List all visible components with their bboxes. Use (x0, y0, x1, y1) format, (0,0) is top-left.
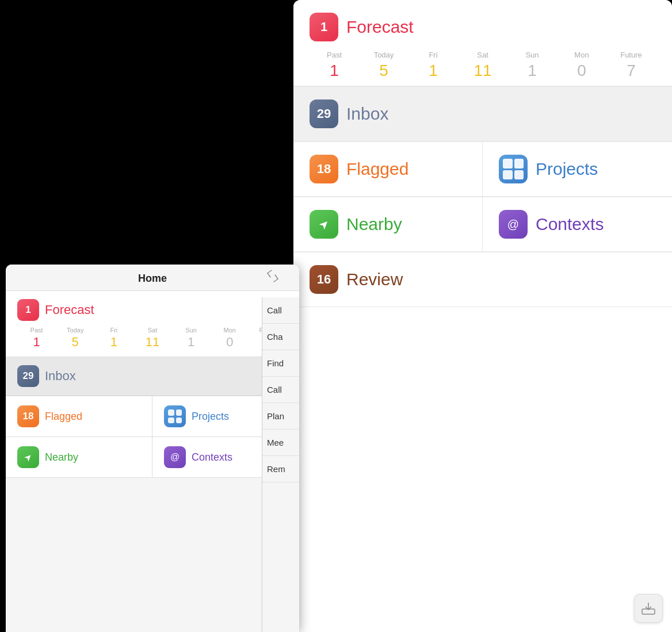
flagged-cell[interactable]: 18 Flagged (293, 142, 483, 197)
front-day-fri[interactable]: Fri 1 (94, 327, 133, 350)
forecast-badge: 1 (310, 13, 338, 41)
nearby-icon-badge: ➤ (310, 210, 338, 239)
front-day-past[interactable]: Past 1 (17, 327, 56, 350)
inbox-row[interactable]: 29 Inbox (293, 86, 672, 141)
inbox-title: Inbox (346, 104, 388, 124)
front-day-sat-label: Sat (148, 327, 158, 334)
projects-icon-badge (499, 155, 528, 183)
home-title: Home (138, 273, 167, 285)
front-nearby-cell[interactable]: ➤ Nearby (6, 437, 152, 478)
front-flagged-badge: 18 (17, 405, 39, 427)
day-sun-label: Sun (525, 51, 539, 59)
sidebar-item-plan[interactable]: Plan (262, 403, 299, 430)
day-sun-count: 1 (528, 62, 537, 80)
svg-line-5 (275, 275, 278, 279)
inbox-tray-icon (641, 601, 656, 616)
front-forecast-title: Forecast (45, 302, 94, 317)
front-day-today-count: 5 (72, 335, 79, 350)
front-day-today-label: Today (67, 327, 83, 334)
front-forecast-days: Past 1 Today 5 Fri 1 Sat 11 Sun 1 Mon 0 (17, 327, 288, 350)
front-day-fri-label: Fri (110, 327, 117, 334)
day-sun[interactable]: Sun 1 (507, 51, 557, 80)
nearby-cell[interactable]: ➤ Nearby (293, 197, 483, 252)
front-flagged-cell[interactable]: 18 Flagged (6, 396, 152, 437)
back-panel: 1 Forecast Past 1 Today 5 Fri 1 Sat 11 S… (293, 0, 672, 632)
front-nearby-arrow-icon: ➤ (22, 451, 34, 463)
day-past-count: 1 (330, 62, 339, 80)
front-flagged-title: Flagged (45, 411, 82, 423)
front-projects-title: Projects (192, 411, 229, 423)
sidebar-item-mee[interactable]: Mee (262, 430, 299, 456)
sidebar-item-call2[interactable]: Call (262, 377, 299, 403)
front-inbox-title: Inbox (45, 369, 76, 384)
day-fri-label: Fri (429, 51, 437, 59)
contexts-cell[interactable]: @ Contexts (483, 197, 672, 252)
front-day-today[interactable]: Today 5 (56, 327, 94, 350)
forecast-days: Past 1 Today 5 Fri 1 Sat 11 Sun 1 Mon 0 (310, 51, 656, 80)
day-fri[interactable]: Fri 1 (408, 51, 458, 80)
review-badge: 16 (310, 265, 338, 294)
front-forecast-section: 1 Forecast Past 1 Today 5 Fri 1 Sat 11 S… (6, 291, 299, 357)
day-mon-count: 0 (577, 62, 586, 80)
inbox-badge: 29 (310, 99, 338, 128)
day-mon[interactable]: Mon 0 (557, 51, 606, 80)
sidebar-item-find[interactable]: Find (262, 350, 299, 377)
day-future-count: 7 (627, 62, 636, 80)
day-fri-count: 1 (429, 62, 438, 80)
front-forecast-title-row: 1 Forecast (17, 299, 288, 321)
contexts-icon-badge: @ (499, 210, 528, 239)
day-future-label: Future (620, 51, 642, 59)
front-day-mon-count: 0 (226, 335, 233, 350)
front-day-mon[interactable]: Mon 0 (211, 327, 249, 350)
day-past-label: Past (327, 51, 342, 59)
flagged-badge: 18 (310, 155, 338, 183)
front-projects-icon-badge (164, 405, 186, 427)
back-forecast-section: 1 Forecast Past 1 Today 5 Fri 1 Sat 11 S… (293, 0, 672, 86)
front-day-sat-count: 11 (146, 335, 159, 350)
front-contexts-title: Contexts (192, 451, 232, 464)
day-future[interactable]: Future 7 (606, 51, 656, 80)
sidebar-item-cha[interactable]: Cha (262, 324, 299, 350)
front-nearby-contexts-grid: ➤ Nearby @ Contexts (6, 437, 299, 478)
front-contexts-icon-badge: @ (164, 446, 186, 468)
nearby-arrow-icon: ➤ (316, 217, 331, 232)
sidebar-item-rem[interactable]: Rem (262, 456, 299, 482)
front-day-sun-label: Sun (185, 327, 197, 334)
review-title: Review (346, 270, 403, 289)
flagged-title: Flagged (346, 159, 408, 179)
front-inbox-badge: 29 (17, 365, 39, 387)
inbox-button[interactable] (634, 594, 663, 623)
sidebar-item-call1[interactable]: Call (262, 297, 299, 324)
svg-line-4 (274, 279, 278, 282)
back-forecast-title-row: 1 Forecast (310, 13, 656, 41)
day-sat-label: Sat (477, 51, 488, 59)
sidebar-partial: Call Cha Find Call Plan Mee Rem (262, 297, 299, 632)
day-today[interactable]: Today 5 (359, 51, 408, 80)
front-day-sat[interactable]: Sat 11 (133, 327, 171, 350)
front-day-sun[interactable]: Sun 1 (172, 327, 211, 350)
front-nearby-title: Nearby (45, 451, 78, 464)
day-sat[interactable]: Sat 11 (458, 51, 507, 80)
front-day-past-label: Past (30, 327, 43, 334)
front-contexts-at-icon: @ (170, 452, 180, 462)
projects-cell[interactable]: Projects (483, 142, 672, 197)
day-today-label: Today (374, 51, 394, 59)
front-projects-dots-icon (164, 405, 186, 427)
review-row[interactable]: 16 Review (293, 252, 672, 307)
day-today-count: 5 (379, 62, 388, 80)
front-header: Home (6, 265, 299, 291)
front-flagged-projects-grid: 18 Flagged Projects (6, 396, 299, 437)
day-mon-label: Mon (574, 51, 589, 59)
nearby-title: Nearby (346, 215, 402, 234)
front-inbox-row[interactable]: 29 Inbox (6, 357, 299, 396)
projects-dots-icon (499, 155, 528, 183)
day-sat-count: 11 (474, 62, 491, 80)
front-panel: Home 1 Forecast Past 1 Today 5 Fri 1 Sat (6, 265, 299, 632)
projects-title: Projects (536, 159, 598, 179)
front-day-sun-count: 1 (188, 335, 194, 350)
flagged-projects-grid: 18 Flagged Projects (293, 141, 672, 197)
nearby-contexts-grid: ➤ Nearby @ Contexts (293, 197, 672, 252)
expand-collapse-button[interactable] (262, 266, 283, 286)
front-day-mon-label: Mon (224, 327, 236, 334)
day-past[interactable]: Past 1 (310, 51, 359, 80)
